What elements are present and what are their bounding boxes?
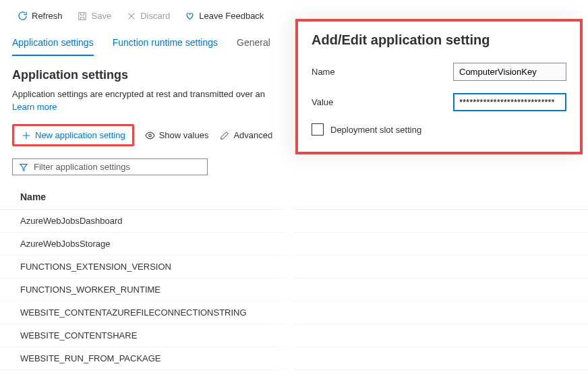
heart-icon xyxy=(185,11,195,21)
table-row[interactable]: WEBSITE_CONTENTAZUREFILECONNECTIONSTRING xyxy=(0,301,588,324)
discard-icon xyxy=(126,11,136,21)
table-row[interactable]: WEBSITE_CONTENTSHARE xyxy=(0,324,588,347)
deployment-slot-row[interactable]: Deployment slot setting xyxy=(312,123,566,136)
save-icon xyxy=(78,11,88,21)
refresh-icon xyxy=(18,11,28,21)
svg-rect-0 xyxy=(79,12,86,20)
learn-more-link[interactable]: Learn more xyxy=(12,102,57,112)
value-input[interactable] xyxy=(453,93,566,111)
section-description: Application settings are encrypted at re… xyxy=(12,89,295,99)
filter-icon xyxy=(18,162,28,172)
filter-box[interactable] xyxy=(12,158,208,175)
table-row[interactable]: WEBSITE_RUN_FROM_PACKAGE xyxy=(0,347,588,370)
save-button[interactable]: Save xyxy=(72,8,117,24)
settings-table: Name AzureWebJobsDashboard AzureWebJobsS… xyxy=(0,175,588,370)
table-row[interactable]: FUNCTIONS_WORKER_RUNTIME xyxy=(0,278,588,301)
value-field-row: Value xyxy=(312,93,566,111)
feedback-label: Leave Feedback xyxy=(199,11,264,21)
tab-general[interactable]: General xyxy=(237,33,270,56)
show-values-button[interactable]: Show values xyxy=(145,130,209,140)
discard-label: Discard xyxy=(140,11,170,21)
checkbox-icon[interactable] xyxy=(312,123,324,136)
feedback-button[interactable]: Leave Feedback xyxy=(179,8,269,24)
deployment-slot-label: Deployment slot setting xyxy=(330,125,421,135)
save-label: Save xyxy=(92,11,112,21)
new-setting-label: New application setting xyxy=(35,130,125,140)
advanced-label: Advanced xyxy=(233,130,272,140)
name-label: Name xyxy=(312,67,453,77)
table-row[interactable]: FUNCTIONS_EXTENSION_VERSION xyxy=(0,256,588,278)
filter-input[interactable] xyxy=(34,162,202,172)
show-values-label: Show values xyxy=(159,130,209,140)
refresh-button[interactable]: Refresh xyxy=(12,8,68,24)
plus-icon xyxy=(21,130,31,140)
new-application-setting-button[interactable]: New application setting xyxy=(12,124,134,146)
name-input[interactable] xyxy=(453,63,566,81)
svg-point-1 xyxy=(148,134,151,137)
table-header-name[interactable]: Name xyxy=(0,185,588,210)
refresh-label: Refresh xyxy=(32,11,63,21)
value-label: Value xyxy=(312,97,453,107)
panel-title: Add/Edit application setting xyxy=(312,32,566,48)
tab-function-runtime-settings[interactable]: Function runtime settings xyxy=(113,33,218,56)
table-row[interactable]: AzureWebJobsDashboard xyxy=(0,210,588,233)
add-edit-setting-panel: Add/Edit application setting Name Value … xyxy=(295,19,583,154)
tab-application-settings[interactable]: Application settings xyxy=(12,33,94,56)
advanced-edit-button[interactable]: Advanced xyxy=(219,130,272,140)
name-field-row: Name xyxy=(312,63,566,81)
table-row[interactable]: AzureWebJobsStorage xyxy=(0,233,588,256)
eye-icon xyxy=(145,130,155,140)
discard-button[interactable]: Discard xyxy=(121,8,175,24)
edit-icon xyxy=(219,130,229,140)
